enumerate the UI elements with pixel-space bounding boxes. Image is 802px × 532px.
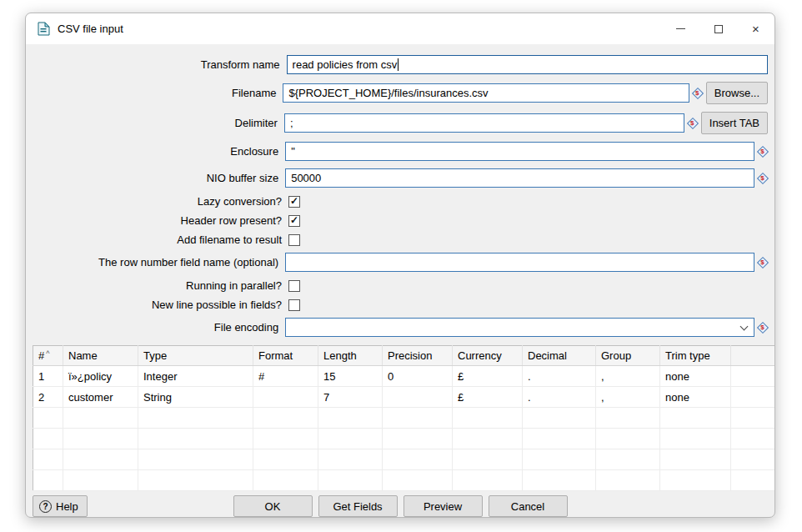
cell-precision[interactable] [383, 387, 453, 408]
lazy-conversion-checkbox[interactable]: ✓ [288, 196, 300, 208]
col-header-type[interactable]: Type [138, 346, 253, 366]
ok-button[interactable]: OK [233, 495, 313, 517]
col-header-trailing [731, 346, 776, 366]
enclosure-input[interactable]: " [285, 142, 754, 161]
file-encoding-select[interactable] [285, 318, 754, 337]
close-button[interactable]: × [737, 13, 774, 44]
variable-icon: $ [757, 322, 768, 333]
nio-buffer-size-input[interactable]: 50000 [285, 168, 754, 188]
col-header-currency[interactable]: Currency [453, 346, 523, 366]
field-row-filename: Filename ${PROJECT_HOME}/files/insurance… [33, 82, 768, 104]
col-header-length[interactable]: Length [318, 346, 383, 366]
col-header-precision[interactable]: Precision [383, 346, 453, 366]
minimize-icon [676, 28, 685, 29]
field-row-row-number-field-name: The row number field name (optional) $ [33, 253, 768, 272]
cell-format[interactable] [253, 387, 318, 408]
header-row-present-label: Header row present? [33, 214, 282, 227]
cell-precision[interactable]: 0 [383, 366, 453, 387]
cell-type[interactable]: Integer [138, 366, 253, 387]
variable-icon: $ [757, 173, 768, 183]
titlebar: CSV file input × [26, 13, 774, 44]
nio-buffer-size-label: NIO buffer size [33, 172, 278, 184]
field-row-header-row-present: Header row present? ✓ [33, 214, 768, 227]
cell-row-number[interactable]: 2 [33, 387, 63, 408]
cell-format[interactable]: # [253, 366, 318, 387]
cell-decimal[interactable]: . [523, 387, 596, 408]
add-filename-to-result-checkbox[interactable] [288, 234, 300, 246]
field-row-enclosure: Enclosure " $ [33, 142, 768, 161]
table-row-empty [33, 470, 776, 491]
cell-currency[interactable]: £ [453, 366, 523, 387]
cell-row-number[interactable]: 1 [33, 366, 63, 387]
cell-currency[interactable]: £ [453, 387, 523, 408]
col-header-trim-type[interactable]: Trim type [660, 346, 731, 366]
filename-input[interactable]: ${PROJECT_HOME}/files/insurances.csv [283, 83, 689, 103]
cell-type[interactable]: String [138, 387, 253, 408]
close-icon: × [752, 23, 759, 35]
transform-name-input[interactable]: read policies from csv [287, 55, 768, 74]
text-caret [398, 58, 398, 71]
col-header-number[interactable]: #^ [33, 346, 63, 366]
table-header-row: #^ Name Type Format Length Precision Cur… [33, 346, 776, 366]
minimize-button[interactable] [662, 13, 699, 44]
maximize-button[interactable] [699, 13, 737, 44]
field-row-nio-buffer-size: NIO buffer size 50000 $ [33, 168, 768, 188]
maximize-icon [714, 25, 723, 33]
running-in-parallel-checkbox[interactable] [288, 280, 300, 292]
help-button-label: Help [56, 500, 78, 513]
variable-icon: $ [757, 257, 768, 268]
help-button[interactable]: ? Help [33, 495, 88, 517]
lazy-conversion-label: Lazy conversion? [33, 195, 282, 208]
new-line-possible-checkbox[interactable] [288, 299, 300, 311]
table-row-empty [33, 429, 776, 449]
file-encoding-label: File encoding [33, 321, 278, 334]
header-row-present-checkbox[interactable]: ✓ [288, 215, 300, 227]
cancel-button[interactable]: Cancel [489, 495, 568, 517]
col-header-format[interactable]: Format [253, 346, 318, 366]
new-line-possible-label: New line possible in fields? [33, 299, 282, 311]
dialog-footer: ? Help OK Get Fields Preview Cancel [33, 495, 768, 518]
cell-trim-type[interactable]: none [660, 366, 731, 387]
cell-group[interactable]: , [596, 366, 660, 387]
cell-group[interactable]: , [596, 387, 660, 408]
variable-icon: $ [692, 88, 703, 98]
cell-trim-type[interactable]: none [660, 387, 731, 408]
running-in-parallel-label: Running in parallel? [33, 279, 282, 292]
window-controls: × [662, 13, 774, 44]
browse-button[interactable]: Browse... [706, 82, 768, 104]
preview-button[interactable]: Preview [404, 495, 483, 517]
table-row-empty [33, 449, 776, 470]
fields-grid-container: #^ Name Type Format Length Precision Cur… [33, 345, 768, 491]
insert-tab-button[interactable]: Insert TAB [701, 112, 768, 134]
dialog-body: Transform name read policies from csv Fi… [26, 44, 774, 518]
window-title: CSV file input [58, 23, 123, 35]
cell-length[interactable]: 15 [318, 366, 383, 387]
field-row-lazy-conversion: Lazy conversion? ✓ [33, 195, 768, 208]
get-fields-button[interactable]: Get Fields [318, 495, 398, 517]
cell-length[interactable]: 7 [318, 387, 383, 408]
col-header-decimal[interactable]: Decimal [523, 346, 596, 366]
filename-label: Filename [33, 87, 276, 99]
enclosure-label: Enclosure [33, 145, 278, 158]
table-row: 1 ï»¿policy Integer # 15 0 £ . , none [33, 366, 776, 387]
cell-trailing [731, 366, 776, 387]
delimiter-input[interactable]: ; [284, 113, 684, 133]
transform-name-label: Transform name [33, 58, 280, 71]
cell-name[interactable]: ï»¿policy [63, 366, 138, 387]
csv-file-input-dialog: CSV file input × Transform name read pol… [25, 13, 775, 518]
chevron-down-icon[interactable] [740, 323, 749, 331]
add-filename-to-result-label: Add filename to result [33, 233, 282, 246]
col-header-group[interactable]: Group [596, 346, 660, 366]
field-row-running-in-parallel: Running in parallel? [33, 279, 768, 292]
sort-indicator: ^ [46, 349, 49, 358]
field-row-file-encoding: File encoding $ [33, 318, 768, 337]
row-number-field-name-input[interactable] [285, 253, 754, 272]
help-icon: ? [39, 500, 52, 513]
field-row-add-filename-to-result: Add filename to result [33, 233, 768, 246]
cell-name[interactable]: customer [63, 387, 138, 408]
row-number-field-name-label: The row number field name (optional) [33, 256, 278, 269]
field-row-delimiter: Delimiter ; $ Insert TAB [33, 112, 768, 134]
table-row-empty [33, 408, 776, 429]
col-header-name[interactable]: Name [63, 346, 138, 366]
cell-decimal[interactable]: . [523, 366, 596, 387]
